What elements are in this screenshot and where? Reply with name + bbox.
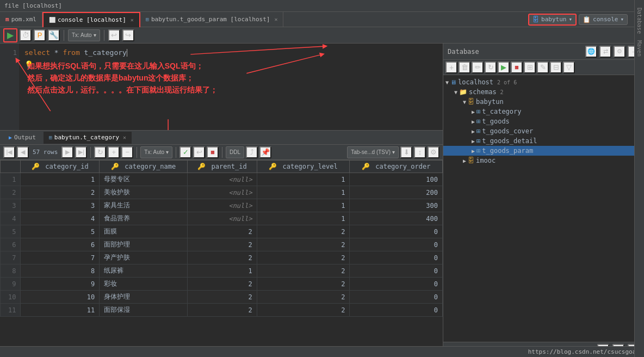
- side-tabs: Database Maven: [634, 0, 644, 357]
- results-tab-output[interactable]: ▶ Output: [3, 132, 41, 144]
- table-row[interactable]: 1010身体护理220: [1, 291, 443, 304]
- tree-schemas[interactable]: ▼ 📁 schemas 2: [443, 87, 644, 97]
- tab-console-close[interactable]: ✕: [131, 17, 134, 23]
- tab-goods-param[interactable]: ⊞ babytun.t_goods_param [localhost] ✕: [140, 12, 284, 27]
- editor-area[interactable]: 1 select * from t_category 💡 如果想执行SQL语句，…: [0, 44, 443, 131]
- cell-parent-id: 2: [188, 291, 257, 304]
- col-category-order[interactable]: 🔑 category_order: [350, 161, 443, 173]
- tree-localhost[interactable]: ▼ 🖥 localhost 2 of 6: [443, 77, 644, 87]
- table-row[interactable]: 11母婴专区<null>1100: [1, 173, 443, 186]
- results-tab-category[interactable]: ⊞ babytun.t_category ✕: [44, 132, 132, 144]
- console-selector[interactable]: 📋 console ▾: [579, 14, 628, 25]
- cell-category-order: 300: [350, 199, 443, 212]
- table-row[interactable]: 44食品营养<null>1400: [1, 212, 443, 225]
- schemas-badge: 2: [500, 89, 504, 95]
- tree-babytun[interactable]: ▼ 🗄 babytun: [443, 97, 644, 107]
- next-page-btn[interactable]: ▶: [61, 146, 73, 158]
- db-settings-btn[interactable]: ⚙: [614, 46, 626, 58]
- db-dropdown-arrow[interactable]: ▾: [568, 16, 572, 23]
- console-icon: 📋: [583, 16, 591, 23]
- console-dropdown-arrow[interactable]: ▾: [620, 16, 624, 23]
- table-row[interactable]: 99彩妆220: [1, 278, 443, 291]
- tsv-label: Tab-se...d (TSV): [351, 149, 391, 155]
- refresh-btn[interactable]: ↻: [94, 146, 106, 158]
- cell-category-id: 9: [21, 278, 100, 291]
- db-globe-btn[interactable]: 🌐: [585, 46, 597, 58]
- first-page-btn[interactable]: |◀: [3, 146, 15, 158]
- db-selector-label: babytun: [541, 16, 566, 23]
- tsv-arrow: ▾: [392, 149, 395, 155]
- wrench-button[interactable]: 🔧: [48, 29, 60, 41]
- tree-t-goods[interactable]: ▶ ⊞ t_goods: [443, 116, 644, 126]
- db-sync-btn[interactable]: ⇄: [599, 46, 611, 58]
- db-add-btn[interactable]: +: [445, 61, 457, 73]
- res-sep3: [176, 147, 176, 158]
- download-btn[interactable]: ⬇: [400, 146, 412, 158]
- db-edit-btn[interactable]: ✏: [472, 61, 484, 73]
- status-right: https://blog.csdn.net/csucsgoat: [528, 348, 640, 355]
- db-console-btn[interactable]: ⊞: [524, 61, 536, 73]
- tree-t-goods-cover[interactable]: ▶ ⊞ t_goods_cover: [443, 126, 644, 136]
- revert-btn[interactable]: ↩: [193, 146, 205, 158]
- ddl-btn[interactable]: DDL: [226, 146, 244, 158]
- col-category-name[interactable]: 🔑 category_name: [100, 161, 188, 173]
- last-page-btn[interactable]: ▶|: [75, 146, 87, 158]
- db-stop-btn[interactable]: ■: [511, 61, 523, 73]
- table-row[interactable]: 55面膜220: [1, 225, 443, 238]
- db-run-btn[interactable]: ▶: [498, 61, 510, 73]
- cell-category-order: 0: [350, 278, 443, 291]
- babytun-arrow: ▼: [463, 99, 466, 105]
- clock-button[interactable]: ⏱: [20, 29, 32, 41]
- category-close[interactable]: ✕: [123, 134, 126, 140]
- db-filter-btn[interactable]: ▽: [563, 61, 575, 73]
- cell-rownum: 11: [1, 304, 21, 317]
- stop-btn[interactable]: ■: [207, 146, 219, 158]
- col-parent-id[interactable]: 🔑 parent_id: [188, 161, 257, 173]
- tx-auto-btn[interactable]: Tx: Auto ▾: [140, 146, 172, 158]
- tab-goods-param-close[interactable]: ✕: [274, 16, 277, 22]
- add-row-btn[interactable]: +: [108, 146, 120, 158]
- db-props-btn[interactable]: ⊟: [550, 61, 562, 73]
- tx-selector[interactable]: Tx: Auto ▾: [68, 29, 100, 41]
- cell-category-name: 面部保湿: [100, 304, 188, 317]
- db-remove-btn[interactable]: 🗑: [459, 61, 470, 73]
- tab-pom[interactable]: m pom.xml: [0, 12, 42, 27]
- tree-t-goods-detail[interactable]: ▶ ⊞ t_goods_detail: [443, 136, 644, 146]
- undo-button[interactable]: ↩: [108, 29, 120, 41]
- main-toolbar: ▶ ⏱ P 🔧 Tx: Auto ▾ ↩ ↪: [0, 27, 644, 44]
- jump-btn[interactable]: ⤴: [246, 146, 258, 158]
- del-row-btn[interactable]: −: [121, 146, 133, 158]
- db-refresh-btn[interactable]: ↻: [485, 61, 497, 73]
- db-selector[interactable]: 🗄 babytun ▾: [528, 14, 577, 26]
- cell-rownum: 7: [1, 251, 21, 264]
- apply-btn[interactable]: ✓: [179, 146, 191, 158]
- tab-console[interactable]: ⬜ console [localhost] ✕: [42, 12, 140, 27]
- tree-t-goods-param[interactable]: ▶ ⊞ t_goods_param: [443, 146, 644, 156]
- code-content[interactable]: select * from t_category 💡: [19, 44, 443, 130]
- table-row[interactable]: 77孕产护肤220: [1, 251, 443, 264]
- pin-btn[interactable]: 📌: [259, 146, 271, 158]
- table-row[interactable]: 33家具生活<null>1300: [1, 199, 443, 212]
- redo-button[interactable]: ↪: [122, 29, 134, 41]
- table-row[interactable]: 1111面部保湿220: [1, 304, 443, 317]
- col-category-id[interactable]: 🔑 category_id: [21, 161, 100, 173]
- side-tab-maven[interactable]: Maven: [635, 38, 643, 59]
- side-tab-database[interactable]: Database: [635, 5, 643, 36]
- settings-btn2[interactable]: ⚙: [428, 146, 439, 158]
- table-row[interactable]: 88纸尿裤120: [1, 264, 443, 278]
- table-row[interactable]: 66面部护理220: [1, 238, 443, 251]
- imooc-label: imooc: [476, 157, 496, 164]
- tsv-selector[interactable]: Tab-se...d (TSV) ▾: [347, 146, 399, 158]
- prev-page-btn[interactable]: ◀: [17, 146, 29, 158]
- db-schema-btn[interactable]: ✎: [537, 61, 549, 73]
- run-button[interactable]: ▶: [5, 29, 15, 41]
- keyword-select: select: [24, 48, 50, 57]
- tree-imooc[interactable]: ▶ 🗄 imooc: [443, 156, 644, 165]
- profile-button[interactable]: P: [34, 29, 46, 41]
- data-table-wrapper[interactable]: 🔑 category_id 🔑 category_name 🔑 parent_i…: [0, 160, 443, 357]
- col-category-level[interactable]: 🔑 category_level: [257, 161, 350, 173]
- transpose-btn[interactable]: ↕: [414, 146, 426, 158]
- table-row[interactable]: 22美妆护肤<null>1200: [1, 186, 443, 199]
- tree-t-category[interactable]: ▶ ⊞ t_category: [443, 107, 644, 116]
- line-numbers: 1: [0, 44, 19, 130]
